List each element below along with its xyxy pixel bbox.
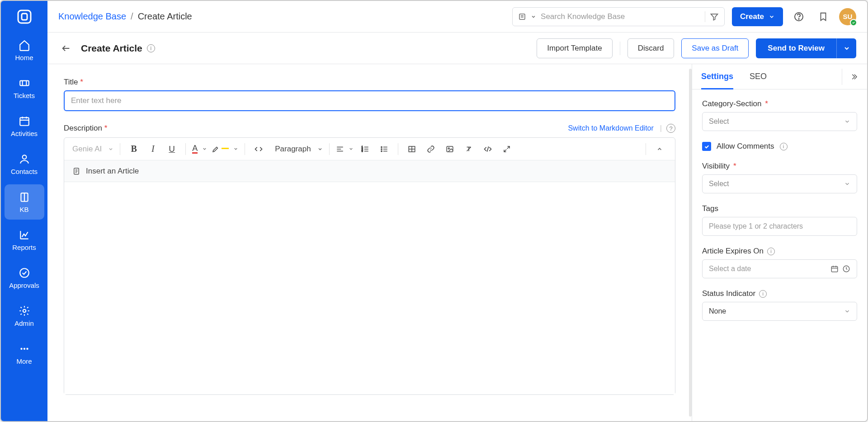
insert-article-button[interactable]: Insert an Article (64, 160, 675, 182)
expand-panel-button[interactable] (842, 69, 858, 85)
main-area: Knowledge Base / Create Article Create (47, 1, 867, 421)
nav-contacts[interactable]: Contacts (5, 146, 44, 182)
title-input[interactable] (64, 90, 675, 111)
info-icon[interactable]: i (759, 290, 767, 298)
nav-label: Home (15, 54, 33, 61)
collapse-toolbar-button[interactable] (651, 141, 669, 157)
person-icon (19, 153, 30, 165)
nav-tickets[interactable]: Tickets (5, 70, 44, 106)
fullscreen-button[interactable] (498, 141, 516, 157)
editor-body[interactable] (64, 182, 675, 394)
user-avatar[interactable]: SU (839, 8, 856, 25)
nav-reports[interactable]: Reports (5, 222, 44, 258)
image-button[interactable] (441, 141, 459, 157)
status-field: Status Indicator i None (702, 289, 857, 321)
label-text: Article Expires On (702, 247, 764, 256)
calendar-icon (830, 265, 839, 273)
required-mark: * (733, 162, 736, 171)
send-review-button[interactable]: Send to Review (756, 38, 836, 58)
info-icon[interactable]: i (780, 143, 788, 150)
source-code-icon (483, 145, 492, 154)
check-circle-icon (19, 267, 30, 279)
svg-point-7 (20, 268, 29, 277)
category-label: Category-Section * (702, 99, 857, 108)
search-box[interactable] (512, 7, 725, 26)
info-icon[interactable]: i (767, 248, 775, 255)
content-row: Title * Description * Switch to Markdown… (47, 64, 867, 421)
svg-rect-2 (20, 80, 29, 85)
bookmark-button[interactable] (815, 8, 832, 25)
nav-admin[interactable]: Admin (5, 298, 44, 333)
tab-settings[interactable]: Settings (701, 64, 733, 89)
nav-activities[interactable]: Activities (5, 108, 44, 144)
rich-editor: Genie AI B I U A (64, 137, 675, 395)
svg-rect-3 (20, 117, 29, 125)
category-field: Category-Section * Select (702, 99, 857, 131)
chevron-down-icon[interactable] (531, 14, 536, 19)
ticket-icon (19, 77, 30, 89)
svg-point-32 (381, 148, 382, 149)
info-icon[interactable]: i (147, 44, 155, 52)
genie-ai-button[interactable]: Genie AI (71, 141, 115, 157)
chevron-down-icon (844, 308, 850, 314)
save-draft-button[interactable]: Save as Draft (681, 38, 749, 58)
filter-icon[interactable] (710, 12, 719, 21)
breadcrumb-current: Create Article (138, 11, 192, 22)
search-input[interactable] (541, 12, 700, 21)
home-icon (19, 39, 30, 51)
allow-comments-checkbox[interactable]: Allow Comments i (702, 142, 857, 151)
create-button[interactable]: Create (732, 7, 783, 26)
code-button[interactable] (250, 141, 268, 157)
tags-input[interactable] (702, 217, 857, 236)
chevron-down-icon (317, 146, 323, 152)
category-select[interactable]: Select (702, 112, 857, 131)
app-logo[interactable] (1, 1, 47, 33)
visibility-label: Visibility * (702, 162, 857, 171)
nav-kb[interactable]: KB (5, 184, 44, 220)
document-icon (72, 167, 80, 175)
switch-markdown-link[interactable]: Switch to Markdown Editor (568, 124, 653, 132)
list-icon[interactable] (518, 13, 526, 21)
nav-home[interactable]: Home (5, 33, 44, 68)
double-chevron-right-icon (850, 73, 858, 81)
numbered-list-button[interactable]: 123 (356, 141, 374, 157)
required-mark: * (80, 78, 83, 86)
description-header: Description * Switch to Markdown Editor … (64, 124, 675, 133)
bold-button[interactable]: B (125, 141, 143, 157)
visibility-select[interactable]: Select (702, 174, 857, 193)
breadcrumb-link[interactable]: Knowledge Base (58, 11, 126, 22)
visibility-field: Visibility * Select (702, 162, 857, 193)
text-color-button[interactable]: A (190, 141, 209, 157)
paragraph-dropdown[interactable]: Paragraph (269, 141, 324, 157)
align-button[interactable] (334, 141, 355, 157)
link-button[interactable] (422, 141, 440, 157)
svg-line-40 (487, 146, 488, 152)
svg-point-10 (23, 347, 25, 349)
help-button[interactable] (790, 8, 807, 25)
list-ol-icon: 123 (361, 145, 369, 153)
italic-button[interactable]: I (144, 141, 162, 157)
nav-more[interactable]: More (5, 336, 44, 371)
clear-format-button[interactable] (460, 141, 478, 157)
nav-approvals[interactable]: Approvals (5, 260, 44, 295)
send-review-dropdown[interactable] (836, 38, 856, 58)
code-view-button[interactable] (479, 141, 497, 157)
import-template-button[interactable]: Import Template (537, 38, 613, 58)
bullet-list-button[interactable] (375, 141, 393, 157)
svg-line-42 (504, 149, 506, 151)
svg-point-31 (381, 146, 382, 147)
highlight-color-button[interactable] (210, 141, 240, 157)
chevron-down-icon (769, 14, 775, 20)
date-placeholder: Select a date (709, 265, 827, 273)
help-icon[interactable]: ? (666, 124, 675, 133)
align-left-icon (336, 145, 344, 153)
table-button[interactable] (403, 141, 421, 157)
nav-label: KB (19, 206, 28, 213)
discard-button[interactable]: Discard (627, 38, 675, 58)
expires-date-input[interactable]: Select a date (702, 259, 857, 278)
underline-button[interactable]: U (163, 141, 181, 157)
back-button[interactable] (58, 41, 74, 56)
tab-seo[interactable]: SEO (750, 64, 767, 89)
highlighter-icon (212, 145, 220, 153)
status-select[interactable]: None (702, 302, 857, 321)
